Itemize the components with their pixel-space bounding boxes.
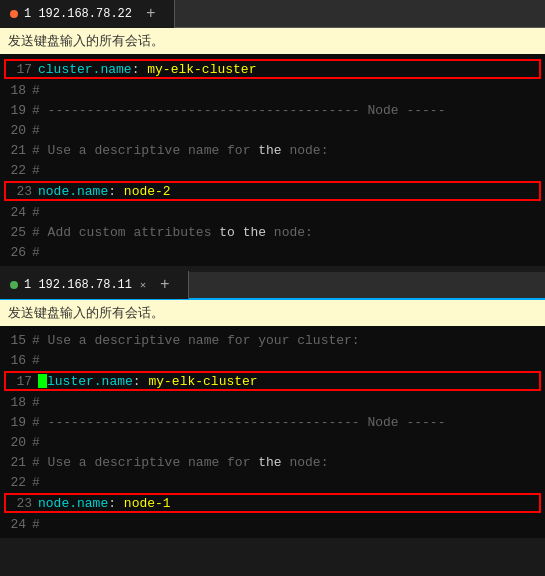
line-num-21-t1: 21 — [4, 143, 32, 158]
line-content-18-t1: # — [32, 83, 40, 98]
line-content-22-t1: # — [32, 163, 40, 178]
line-content-20-t1: # — [32, 123, 40, 138]
line-num-19-t2: 19 — [4, 415, 32, 430]
tab-bar-1: 1 192.168.78.22 + — [0, 0, 545, 28]
code-line-17-t2: 17 luster.name: my-elk-cluster — [4, 371, 541, 391]
code-line-15-t2: 15 # Use a descriptive name for your clu… — [0, 330, 545, 350]
line-content-19-t1: # --------------------------------------… — [32, 103, 445, 118]
tab-label-2: 1 192.168.78.11 — [24, 278, 132, 292]
line-num-24-t2: 24 — [4, 517, 32, 532]
code-line-22-t1: 22 # — [0, 160, 545, 180]
line-num-18-t1: 18 — [4, 83, 32, 98]
line-num-26-t1: 26 — [4, 245, 32, 260]
line-num-18-t2: 18 — [4, 395, 32, 410]
tab-add-2[interactable]: + — [152, 276, 178, 294]
code-line-26-t1: 26 # — [0, 242, 545, 262]
tab-add-1[interactable]: + — [138, 5, 164, 23]
code-line-19-t1: 19 # -----------------------------------… — [0, 100, 545, 120]
line-content-16-t2: # — [32, 353, 40, 368]
terminal-container: 1 192.168.78.22 + 发送键盘输入的所有会话。 17 cluste… — [0, 0, 545, 538]
line-content-23-t1: node.name: node-2 — [38, 184, 171, 199]
line-num-23-t1: 23 — [10, 184, 38, 199]
line-content-24-t1: # — [32, 205, 40, 220]
code-line-24-t2: 24 # — [0, 514, 545, 534]
line-num-20-t2: 20 — [4, 435, 32, 450]
line-num-25-t1: 25 — [4, 225, 32, 240]
tab-dot-1 — [10, 10, 18, 18]
line-content-22-t2: # — [32, 475, 40, 490]
code-line-23-t2: 23 node.name: node-1 — [4, 493, 541, 513]
code-line-20-t1: 20 # — [0, 120, 545, 140]
tab-1[interactable]: 1 192.168.78.22 + — [0, 0, 175, 28]
line-content-19-t2: # --------------------------------------… — [32, 415, 445, 430]
tab-2[interactable]: 1 192.168.78.11 ✕ + — [0, 271, 189, 299]
line-content-24-t2: # — [32, 517, 40, 532]
code-line-18-t2: 18 # — [0, 392, 545, 412]
code-area-1: 17 cluster.name: my-elk-cluster 18 # 19 … — [0, 54, 545, 266]
code-area-2: 15 # Use a descriptive name for your clu… — [0, 326, 545, 538]
terminal-panel-2: 1 192.168.78.11 ✕ + 发送键盘输入的所有会话。 15 # Us… — [0, 272, 545, 538]
line-content-23-t2: node.name: node-1 — [38, 496, 171, 511]
line-num-23-t2: 23 — [10, 496, 38, 511]
code-line-24-t1: 24 # — [0, 202, 545, 222]
code-line-17-t1: 17 cluster.name: my-elk-cluster — [4, 59, 541, 79]
code-line-16-t2: 16 # — [0, 350, 545, 370]
line-content-26-t1: # — [32, 245, 40, 260]
line-num-22-t2: 22 — [4, 475, 32, 490]
line-num-17-t1: 17 — [10, 62, 38, 77]
tab-close-2[interactable]: ✕ — [140, 279, 146, 291]
warning-banner-2: 发送键盘输入的所有会话。 — [0, 300, 545, 326]
line-content-25-t1: # Add custom attributes to the node: — [32, 225, 313, 240]
code-line-18-t1: 18 # — [0, 80, 545, 100]
line-content-21-t1: # Use a descriptive name for the node: — [32, 143, 328, 158]
line-num-22-t1: 22 — [4, 163, 32, 178]
line-content-21-t2: # Use a descriptive name for the node: — [32, 455, 328, 470]
warning-banner-1: 发送键盘输入的所有会话。 — [0, 28, 545, 54]
code-line-20-t2: 20 # — [0, 432, 545, 452]
line-content-17-t2: luster.name: my-elk-cluster — [38, 374, 258, 389]
tab-bar-2: 1 192.168.78.11 ✕ + — [0, 272, 545, 300]
line-content-17-t1: cluster.name: my-elk-cluster — [38, 62, 256, 77]
line-num-19-t1: 19 — [4, 103, 32, 118]
terminal-panel-1: 1 192.168.78.22 + 发送键盘输入的所有会话。 17 cluste… — [0, 0, 545, 266]
tab-label-1: 1 192.168.78.22 — [24, 7, 132, 21]
code-line-23-t1: 23 node.name: node-2 — [4, 181, 541, 201]
code-line-21-t1: 21 # Use a descriptive name for the node… — [0, 140, 545, 160]
line-num-17-t2: 17 — [10, 374, 38, 389]
line-content-15-t2: # Use a descriptive name for your cluste… — [32, 333, 360, 348]
line-num-21-t2: 21 — [4, 455, 32, 470]
line-num-20-t1: 20 — [4, 123, 32, 138]
code-line-21-t2: 21 # Use a descriptive name for the node… — [0, 452, 545, 472]
code-line-19-t2: 19 # -----------------------------------… — [0, 412, 545, 432]
tab-dot-2 — [10, 281, 18, 289]
line-content-20-t2: # — [32, 435, 40, 450]
line-num-15-t2: 15 — [4, 333, 32, 348]
line-num-16-t2: 16 — [4, 353, 32, 368]
code-line-25-t1: 25 # Add custom attributes to the node: — [0, 222, 545, 242]
line-num-24-t1: 24 — [4, 205, 32, 220]
code-line-22-t2: 22 # — [0, 472, 545, 492]
line-content-18-t2: # — [32, 395, 40, 410]
